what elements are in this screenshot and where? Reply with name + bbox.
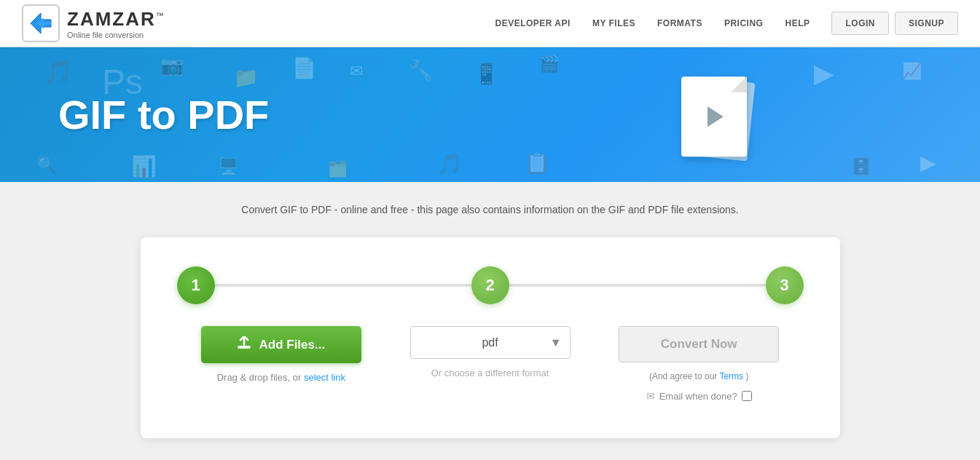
- nav-buttons: LOGIN SIGNUP: [831, 12, 958, 35]
- format-select-wrapper: pdf ▼: [410, 326, 571, 359]
- logo-tagline: Online file conversion: [67, 31, 165, 39]
- terms-link[interactable]: Terms: [719, 371, 743, 381]
- deco-icon-2: 📷: [160, 55, 184, 77]
- logo-area: ZAMZAR™ Online file conversion: [22, 4, 165, 42]
- file-icon-inner: [701, 103, 727, 130]
- nav-developer-api[interactable]: DEVELOPER API: [495, 18, 570, 28]
- deco-icon-3: 📁: [233, 66, 259, 90]
- nav-my-files[interactable]: MY FILES: [592, 18, 635, 28]
- convert-sub-text: (And agree to our Terms ): [649, 371, 749, 381]
- nav-help[interactable]: HELP: [785, 18, 810, 28]
- email-row: ✉ Email when done?: [646, 390, 752, 402]
- header: ZAMZAR™ Online file conversion DEVELOPER…: [0, 0, 980, 47]
- svg-rect-3: [238, 346, 251, 349]
- format-sub-label: Or choose a different format: [431, 368, 549, 378]
- deco-icon-6: 🔧: [408, 58, 434, 82]
- step-3-panel: Convert Now (And agree to our Terms ) ✉ …: [595, 326, 804, 402]
- nav-pricing[interactable]: PRICING: [724, 18, 764, 28]
- hero-file-icon: [681, 76, 747, 156]
- deco-icon-15: ▶: [814, 58, 834, 89]
- file-play-arrow: [707, 106, 724, 127]
- logo-text-area: ZAMZAR™ Online file conversion: [67, 8, 165, 39]
- deco-icon-7: 📱: [474, 62, 499, 86]
- step-connector-1: [215, 284, 471, 287]
- email-checkbox[interactable]: [742, 391, 752, 401]
- add-files-label: Add Files...: [259, 338, 325, 352]
- format-select[interactable]: pdf: [410, 326, 571, 359]
- logo-name: ZAMZAR™: [67, 8, 165, 31]
- file-icon-fold: [731, 76, 747, 92]
- convert-now-button[interactable]: Convert Now: [619, 326, 779, 362]
- email-when-done-label: Email when done?: [659, 391, 737, 402]
- hero-file-icon-shadow: [681, 76, 747, 156]
- deco-icon-10: 📊: [131, 154, 157, 178]
- add-files-button[interactable]: Add Files...: [201, 326, 361, 363]
- logo-icon: [22, 4, 60, 42]
- nav-formats[interactable]: FORMATS: [657, 18, 702, 28]
- step-1-circle: 1: [177, 266, 215, 304]
- deco-icon-5: ✉: [350, 62, 363, 81]
- step-3-circle: 3: [766, 266, 804, 304]
- step-1-panel: Add Files... Drag & drop files, or selec…: [177, 326, 386, 383]
- signup-button[interactable]: SIGNUP: [895, 12, 958, 35]
- deco-icon-4: 📄: [291, 56, 317, 80]
- deco-icon-13: 🎵: [437, 152, 463, 176]
- deco-icon-1: 🎵: [44, 58, 73, 86]
- step-connector-2: [509, 284, 766, 287]
- nav-area: DEVELOPER API MY FILES FORMATS PRICING H…: [495, 12, 958, 35]
- hero-title: GIF to PDF: [58, 91, 269, 138]
- drag-drop-text: Drag & drop files, or select link: [217, 372, 345, 383]
- description-text: Convert GIF to PDF - online and free - t…: [241, 204, 738, 215]
- converter-card: 1 2 3 Add Files...: [141, 237, 840, 438]
- main-content: Convert GIF to PDF - online and free - t…: [0, 182, 980, 460]
- deco-icon-16: 🗄️: [851, 157, 871, 176]
- steps-row: 1 2 3: [177, 266, 804, 304]
- steps-panels: Add Files... Drag & drop files, or selec…: [177, 326, 804, 402]
- deco-icon-18: ▶: [920, 151, 936, 175]
- deco-icon-12: 🗂️: [328, 159, 348, 178]
- upload-icon: [237, 336, 251, 353]
- deco-icon-17: 📈: [902, 62, 922, 81]
- deco-icon-8: 🎬: [539, 55, 559, 74]
- hero-banner: 🎵 Ps 📷 📁 📄 ✉ 🔧 📱 🎬 🔍 📊 🖥️ 🗂️ 🎵 📋 ▶ 🗄️ 📈 …: [0, 47, 980, 182]
- email-icon: ✉: [646, 390, 655, 402]
- deco-icon-14: 📋: [525, 151, 550, 175]
- deco-icon-9: 🔍: [36, 156, 56, 175]
- select-link[interactable]: select link: [304, 372, 345, 383]
- deco-icon-11: 🖥️: [219, 157, 238, 176]
- login-button[interactable]: LOGIN: [831, 12, 889, 35]
- step-2-circle: 2: [471, 266, 509, 304]
- step-2-panel: pdf ▼ Or choose a different format: [385, 326, 595, 378]
